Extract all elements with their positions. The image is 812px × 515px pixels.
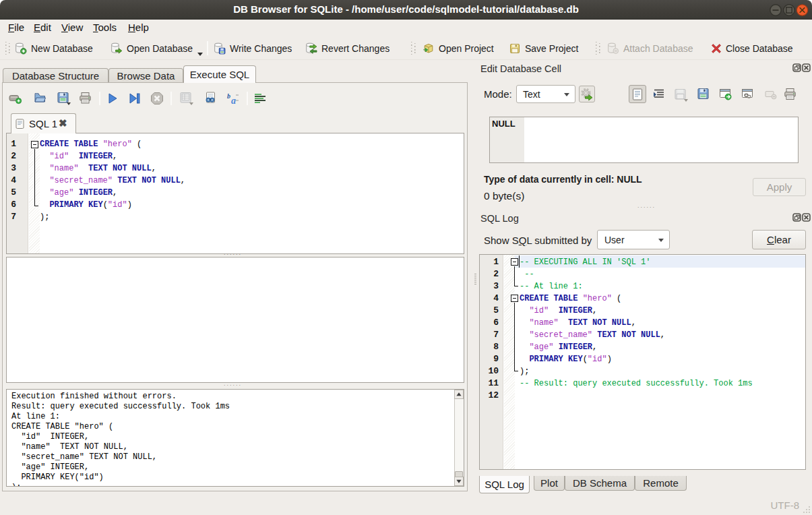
svg-text:b: b: [227, 92, 230, 100]
svg-text:a: a: [231, 96, 236, 105]
